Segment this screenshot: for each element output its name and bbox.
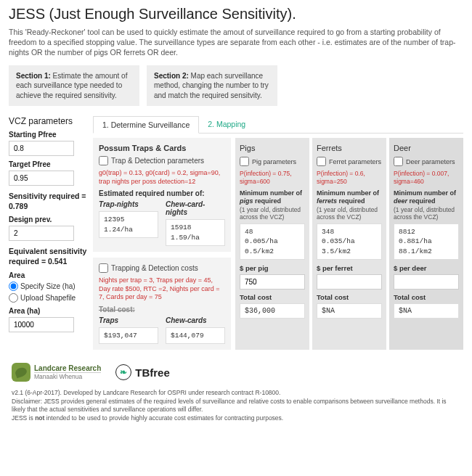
traps-cost-hdr: Traps (99, 316, 158, 324)
deer-title: Deer (394, 144, 459, 152)
ferrets-title: Ferrets (317, 144, 382, 152)
ferrets-total-label: Total cost (317, 293, 382, 301)
tab-mapping[interactable]: 2. Mapping (199, 116, 254, 133)
ferrets-min-note: (1 year old, distributed across the VCZ) (317, 206, 382, 221)
pigs-red: P(infection) = 0.75, sigma=600 (240, 170, 305, 186)
pigs-val: 48 0.005/ha 0.5/km2 (240, 223, 305, 260)
area-label: Area (9, 271, 87, 279)
starting-pfree-input[interactable] (9, 141, 74, 156)
deer-val: 8812 0.881/ha 88.1/km2 (394, 223, 459, 260)
pigs-total-label: Total cost (240, 293, 305, 301)
costs-total-label: Total cost: (99, 305, 225, 313)
deer-col: Deer Deer parameters P(infection) = 0.00… (389, 138, 463, 350)
section1-box: Section 1: Estimate the amount of each s… (9, 65, 139, 107)
page-title: JESS (Just Enough Surveillance Sensitivi… (9, 6, 463, 22)
possum-panel: Possum Traps & Cards Trap & Detection pa… (93, 138, 231, 252)
sections-row: Section 1: Estimate the amount of each s… (9, 65, 463, 107)
fern-icon: ❧ (115, 364, 131, 380)
tab-determine[interactable]: 1. Determine Surveillance (93, 116, 199, 134)
ferrets-check[interactable]: Ferret parameters (317, 157, 382, 166)
pigs-min-note: (1 year old, distributed across the VCZ) (240, 206, 305, 221)
pigs-col: Pigs Pig parameters P(infection) = 0.75,… (235, 138, 309, 350)
tbfree-logo: ❧ TBfree (115, 364, 170, 380)
possum-params-red: g0(trap) = 0.13, g0(card) = 0.2, sigma=9… (99, 169, 225, 186)
leaf-icon (12, 363, 30, 382)
starting-pfree-label: Starting Pfree (9, 131, 87, 139)
design-prev-label: Design prev. (9, 216, 87, 223)
sensitivity-calc: Sensitivity required = 0.789 (9, 192, 87, 211)
deer-red: P(infection) = 0.007, sigma=460 (394, 170, 459, 186)
ferrets-red: P(infection) = 0.6, sigma=250 (317, 170, 382, 186)
traps-cost-val: $193,047 (99, 327, 158, 344)
ferrets-val: 348 0.035/ha 3.5/km2 (317, 223, 382, 260)
area-radio-specify[interactable]: Specify Size (ha) (9, 282, 87, 291)
intro-text: This 'Ready-Reckoner' tool can be used t… (9, 27, 463, 58)
costs-check[interactable]: Trapping & Detection costs (99, 263, 225, 273)
section2-box: Section 2: Map each surveillance method,… (147, 65, 277, 107)
deer-total-label: Total cost (394, 293, 459, 301)
deer-check[interactable]: Deer parameters (394, 157, 459, 166)
design-prev-input[interactable] (9, 226, 74, 241)
area-ha-input[interactable] (9, 317, 74, 332)
vcz-heading: VCZ parameters (9, 116, 87, 126)
trap-nights-val: 12395 1.24/ha (99, 211, 158, 238)
landcare-logo: Landcare Research Manaaki Whenua (12, 363, 101, 382)
possum-params-check[interactable]: Trap & Detection parameters (99, 156, 225, 165)
ferrets-total: $NA (317, 303, 382, 319)
tabs: 1. Determine Surveillance 2. Mapping (93, 116, 463, 134)
target-pfree-input[interactable] (9, 171, 74, 186)
pigs-check[interactable]: Pig parameters (240, 157, 305, 166)
cards-cost-val: $144,079 (166, 327, 225, 344)
footer: Landcare Research Manaaki Whenua ❧ TBfre… (9, 363, 463, 422)
target-pfree-label: Target Pfree (9, 160, 87, 168)
equiv-sensitivity-calc: Equivalent sensitivity required = 0.541 (9, 247, 87, 266)
possum-title: Possum Traps & Cards (99, 144, 225, 152)
area-radio-shapefile[interactable]: Upload Shapefile (9, 293, 87, 303)
ferrets-col: Ferrets Ferret parameters P(infection) =… (312, 138, 386, 350)
ferrets-per-label: $ per ferret (317, 264, 382, 272)
ferrets-min-label: Minimum number of ferrets required (317, 189, 382, 206)
cards-cost-hdr: Chew-cards (166, 316, 225, 324)
vcz-sidebar: VCZ parameters Starting Pfree Target Pfr… (9, 116, 87, 350)
pigs-min-label: Minimum number of pigs required (240, 189, 305, 206)
deer-per-label: $ per deer (394, 264, 459, 272)
disclaimer: v2.1 (6-Apr-2017). Developed by Landcare… (12, 389, 460, 422)
trap-nights-hdr: Trap-nights (99, 200, 158, 208)
costs-params-red: Nights per trap = 3, Traps per day = 45,… (99, 276, 225, 302)
costs-panel: Trapping & Detection costs Nights per tr… (93, 258, 231, 350)
chew-card-hdr: Chew-card-nights (166, 200, 225, 216)
deer-total: $NA (394, 303, 459, 319)
deer-min-label: Minimum number of deer required (394, 189, 459, 206)
deer-min-note: (1 year old, distributed across the VCZ) (394, 206, 459, 221)
pigs-total: $36,000 (240, 303, 305, 319)
ferrets-per-input[interactable] (317, 274, 382, 290)
deer-per-input[interactable] (394, 274, 459, 290)
pigs-title: Pigs (240, 144, 305, 152)
pigs-per-label: $ per pig (240, 264, 305, 272)
possum-est-label: Estimated required number of: (99, 189, 225, 197)
area-ha-label: Area (ha) (9, 307, 87, 315)
pigs-per-input[interactable] (240, 274, 305, 290)
chew-card-val: 15918 1.59/ha (166, 219, 225, 246)
